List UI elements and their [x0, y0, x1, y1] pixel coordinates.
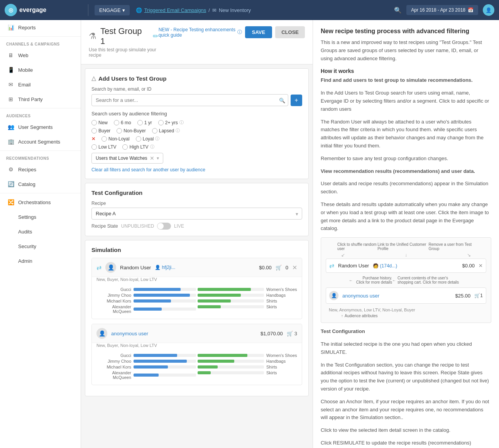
web-icon: 🖥	[7, 52, 14, 59]
radio-2yr[interactable]	[158, 120, 164, 125]
sidebar-divider-4	[0, 193, 81, 193]
anon-user-tags: New, Buyer, Non-loyal, Low LTV	[92, 343, 302, 349]
search-icon[interactable]: 🔍	[394, 7, 402, 14]
anon-user-value: $1,070.00	[260, 331, 283, 336]
user-segments-icon: 👥	[7, 123, 14, 130]
anon-user-header: 👤 anonymous user $1,070.00 🛒 3	[92, 324, 302, 343]
bars-left-random: Gucci Jimmy Choo Michael Kors	[96, 287, 196, 315]
sidebar-item-audits[interactable]: Audits	[0, 224, 81, 239]
segment-tag: Users that Love Watches ✕ ▾	[91, 153, 163, 164]
random-cart-count: 0	[286, 265, 288, 270]
breadcrumb-current: New Inventory	[219, 7, 251, 13]
shuffle-icon[interactable]: ⇄	[96, 264, 101, 271]
edit-icon[interactable]: ✏	[153, 32, 159, 41]
remove-non-loyal-btn[interactable]: ✕	[91, 136, 95, 142]
radio-buyer[interactable]	[91, 128, 97, 134]
search-input[interactable]	[91, 94, 288, 106]
sidebar-item-settings[interactable]: Settings	[0, 210, 81, 224]
filter-high-ltv: High LTV ⓘ	[122, 144, 154, 150]
rp-intro: This is a new and improved way to test r…	[321, 39, 491, 63]
random-user-id[interactable]: 👤 hfj2ji...	[155, 265, 175, 270]
anon-user-name[interactable]: anonymous user	[111, 331, 148, 336]
tag-dropdown-icon[interactable]: ▾	[157, 156, 159, 161]
remove-random-user-btn[interactable]: ✕	[292, 264, 297, 271]
search-row: 🔍 +	[91, 94, 302, 106]
info-icon-ltv: ⓘ	[150, 144, 154, 150]
anon-cart: 🛒 3	[287, 331, 297, 336]
diagram-anon-name[interactable]: anonymous user	[342, 293, 379, 299]
sidebar-item-orchestrations[interactable]: 🔀 Orchestrations	[0, 195, 81, 210]
recipe-select[interactable]: Recipe A	[91, 208, 302, 220]
date-range-picker[interactable]: Apr 16 2018 - Apr 23 2018 📅	[406, 5, 478, 15]
radio-1yr[interactable]	[137, 120, 143, 125]
filter-1yr: 1 yr	[137, 120, 152, 125]
sidebar-item-recipes[interactable]: ⚙ Recipes	[0, 162, 81, 177]
diagram-shuffle-icon[interactable]: ⇄	[329, 262, 334, 269]
sidebar-label-third-party: Third Party	[18, 96, 43, 102]
random-user-bars: Gucci Jimmy Choo Michael Kors	[92, 283, 302, 319]
radio-lapsed[interactable]	[152, 128, 157, 134]
sidebar-item-mobile[interactable]: 📱 Mobile	[0, 63, 81, 77]
globe-icon: 🌐	[136, 7, 142, 13]
recipe-select-wrap: Recipe A ▾	[91, 208, 302, 220]
reports-icon: 📊	[7, 24, 14, 31]
recipes-icon: ⚙	[7, 166, 14, 173]
sidebar-item-admin[interactable]: Admin	[0, 254, 81, 268]
recipe-state-toggle[interactable]	[157, 223, 171, 230]
left-panel: ⚗ Test Group 1 ✏ Use this test group sim…	[81, 20, 313, 448]
step2-title: View recommendation results (recommendat…	[321, 167, 491, 176]
step1-note: The Random User will always be attached …	[321, 118, 491, 150]
diagram-anon-user: 👤 anonymous user $25.00 🛒1	[326, 287, 486, 304]
tag-remove-btn[interactable]: ✕	[150, 155, 154, 161]
user-avatar[interactable]: 👤	[483, 4, 494, 16]
sidebar-label-email: Email	[18, 82, 31, 88]
logo-icon: ◎	[5, 4, 17, 16]
bar-shirts-anon: Shirts	[198, 365, 297, 369]
channels-campaigns-label: CHANNELS & CAMPAIGNS	[0, 38, 81, 48]
sidebar-item-web[interactable]: 🖥 Web	[0, 48, 81, 63]
radio-loyal[interactable]	[136, 136, 141, 142]
bars-right-anon: Women's Shoes Handbags Shirts	[198, 353, 297, 381]
bar-gucci: Gucci	[96, 287, 196, 292]
anon-cart-icon: 🛒	[287, 331, 293, 336]
sidebar-label-admin: Admin	[18, 258, 32, 264]
logo: ◎ evergage	[5, 4, 82, 16]
close-button[interactable]: CLOSE	[275, 26, 305, 38]
sidebar-item-reports[interactable]: 📊 Reports	[0, 20, 81, 35]
arrow-link: ↓	[405, 252, 407, 258]
add-user-button[interactable]: +	[291, 95, 302, 106]
nav-divider	[88, 4, 88, 16]
anchor-note: Choose an Anchor Item, if your recipe re…	[321, 398, 491, 422]
breadcrumb-triggered[interactable]: Triggered Email Campaigns	[144, 7, 206, 13]
sidebar-label-web: Web	[18, 52, 29, 58]
radio-non-loyal[interactable]	[101, 136, 107, 142]
sidebar-item-account-segments[interactable]: 🏢 Account Segments	[0, 134, 81, 149]
clear-filters-link[interactable]: Clear all filters and search for another…	[91, 167, 205, 172]
filter-non-buyer: Non-Buyer	[117, 128, 145, 134]
save-button[interactable]: SAVE	[245, 26, 272, 38]
quick-guide-link[interactable]: NEW - Recipe Testing enhancements quick …	[159, 27, 242, 38]
bar-michael-kors-anon: Michael Kors	[96, 365, 196, 369]
engage-button[interactable]: ENGAGE ▾	[95, 5, 130, 15]
recipe-label: Recipe	[91, 201, 302, 206]
filter-2yr: 2+ yrs ⓘ	[158, 120, 184, 125]
radio-high-ltv[interactable]	[122, 144, 128, 150]
page-subtitle: Use this test group simulate your recipe	[89, 47, 159, 58]
radio-6mo[interactable]	[114, 120, 119, 125]
radio-new[interactable]	[91, 120, 97, 125]
random-user-name: Random User	[120, 265, 151, 270]
anon-user-avatar: 👤	[96, 328, 107, 339]
diagram-anon-avatar: 👤	[329, 291, 338, 300]
sidebar-item-catalog[interactable]: 🔄 Catalog	[0, 177, 81, 191]
sidebar-item-email[interactable]: ✉ Email	[0, 77, 81, 92]
random-user-tags: New, Buyer, Non-loyal, Low LTV	[92, 277, 302, 283]
sidebar-item-security[interactable]: Security	[0, 239, 81, 254]
diagram-random-id[interactable]: 🧑 (174d...)	[373, 263, 397, 269]
diagram-remove-btn[interactable]: ✕	[479, 263, 483, 269]
breadcrumb: 🌐 Triggered Email Campaigns / ✉ New Inve…	[136, 7, 251, 13]
radio-non-buyer[interactable]	[117, 128, 122, 134]
sidebar-item-third-party[interactable]: ⊞ Third Party	[0, 92, 81, 107]
sidebar-label-audits: Audits	[18, 229, 32, 235]
radio-low-ltv[interactable]	[91, 144, 97, 150]
sidebar-item-user-segments[interactable]: 👥 User Segments	[0, 120, 81, 134]
